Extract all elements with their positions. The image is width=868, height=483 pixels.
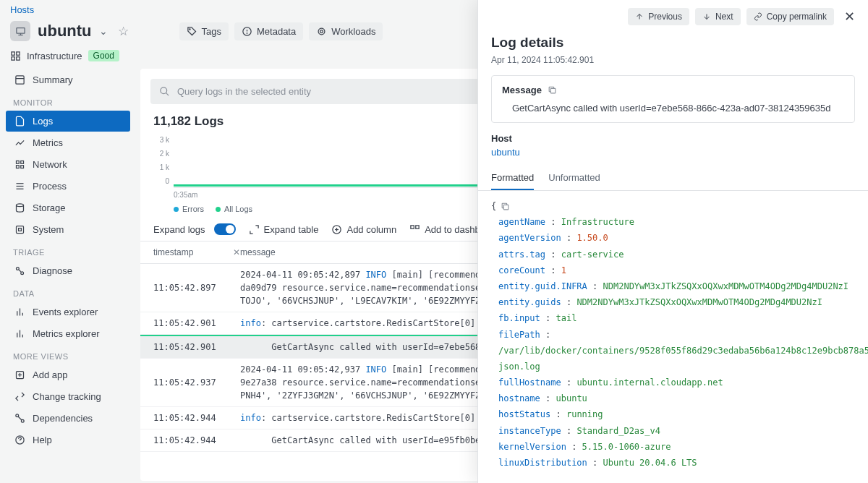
legend-all-logs[interactable]: All Logs: [216, 205, 252, 213]
host-label: Host: [491, 133, 855, 144]
svg-rect-9: [17, 51, 20, 54]
sidebar-item-diagnose[interactable]: Diagnose: [6, 260, 130, 281]
copy-icon[interactable]: [501, 202, 510, 211]
json-entry[interactable]: agentName : Infrastructure: [491, 214, 855, 230]
close-icon[interactable]: ✕: [233, 247, 240, 257]
sidebar-item-help[interactable]: Help: [6, 429, 130, 450]
json-entry[interactable]: filePath : /var/lib/docker/containers/95…: [491, 327, 855, 375]
workloads-pill[interactable]: Workloads: [309, 22, 383, 40]
cell-timestamp: 11:05:42.901: [153, 317, 240, 330]
message-box: Message GetCartAsync called with userId=…: [491, 75, 855, 123]
svg-point-7: [320, 30, 323, 33]
add-column-button[interactable]: Add column: [331, 224, 396, 235]
json-entry[interactable]: coreCount : 1: [491, 262, 855, 278]
json-entry[interactable]: kernelVersion : 5.15.0-1060-azure: [491, 439, 855, 455]
chevron-down-icon[interactable]: ⌄: [99, 25, 108, 37]
add-to-dashboard-button[interactable]: Add to dashbo: [409, 224, 485, 235]
sidebar-label: Summary: [33, 74, 73, 85]
y-tick: 0: [153, 177, 169, 185]
json-entry[interactable]: hostname : ubuntu: [491, 390, 855, 406]
sidebar-label: Diagnose: [33, 265, 72, 276]
svg-rect-23: [19, 228, 22, 231]
log-details-panel: Previous Next Copy permalink ✕ Log detai…: [477, 0, 868, 483]
json-entry[interactable]: agentVersion : 1.50.0: [491, 230, 855, 246]
svg-rect-14: [17, 161, 20, 164]
json-entry[interactable]: instanceType : Standard_D2as_v4: [491, 423, 855, 439]
workloads-pill-label: Workloads: [331, 26, 375, 37]
svg-rect-22: [17, 226, 24, 234]
x-tick: 0:35am: [174, 191, 197, 199]
json-entry[interactable]: entity.guid.INFRA : NDM2NDYwM3xJTkZSQXxO…: [491, 278, 855, 294]
tab-unformatted[interactable]: Unformatted: [548, 166, 600, 190]
svg-rect-11: [17, 56, 20, 59]
svg-rect-0: [16, 27, 24, 33]
json-entry[interactable]: entity.guids : NDM2NDYwM3xJTkZSQXxOQXwxM…: [491, 294, 855, 310]
sidebar-header-monitor: MONITOR: [3, 91, 135, 110]
sidebar-item-dependencies[interactable]: Dependencies: [6, 408, 130, 429]
message-body: GetCartAsync called with userId=e7ebe568…: [502, 103, 844, 114]
sidebar-label: Add app: [33, 369, 67, 380]
cell-timestamp: 11:05:42.937: [153, 363, 240, 402]
host-link[interactable]: ubuntu: [491, 147, 520, 158]
sidebar-item-change-tracking[interactable]: Change tracking: [6, 386, 130, 407]
svg-rect-12: [16, 76, 24, 84]
tags-pill[interactable]: Tags: [179, 22, 229, 40]
sidebar-item-summary[interactable]: Summary: [6, 69, 130, 90]
sidebar-item-events-explorer[interactable]: Events explorer: [6, 302, 130, 322]
expand-table-button[interactable]: Expand table: [249, 224, 319, 235]
sidebar-item-system[interactable]: System: [6, 219, 130, 240]
svg-point-25: [21, 272, 24, 275]
sidebar-label: Metrics explorer: [33, 328, 99, 339]
sidebar-label: Change tracking: [33, 391, 101, 402]
panel-title: Log details: [478, 33, 868, 52]
metadata-pill-label: Metadata: [257, 26, 296, 37]
favorite-star-icon[interactable]: ☆: [118, 24, 129, 39]
expand-logs-toggle[interactable]: Expand logs: [153, 223, 236, 235]
infra-label: Infrastructure: [27, 51, 82, 61]
cell-timestamp: 11:05:42.897: [153, 268, 240, 307]
tab-formatted[interactable]: Formatted: [491, 166, 534, 190]
y-tick: 1 k: [153, 163, 169, 171]
cell-timestamp: 11:05:42.901: [153, 341, 240, 354]
json-entry[interactable]: linuxDistribution : Ubuntu 20.04.6 LTS: [491, 455, 855, 471]
sidebar-item-metrics-explorer[interactable]: Metrics explorer: [6, 323, 130, 344]
search-icon: [159, 86, 170, 97]
sidebar-item-logs[interactable]: Logs: [6, 111, 130, 132]
sidebar-label: Logs: [33, 116, 53, 127]
sidebar-item-metrics[interactable]: Metrics: [6, 132, 130, 153]
host-icon: [10, 21, 30, 41]
search-placeholder: Query logs in the selected entity: [177, 86, 311, 97]
sidebar-item-add-app[interactable]: Add app: [6, 364, 130, 385]
json-entry[interactable]: fullHostname : ubuntu.internal.cloudapp.…: [491, 375, 855, 390]
breadcrumb-hosts[interactable]: Hosts: [10, 4, 34, 15]
previous-button[interactable]: Previous: [628, 8, 689, 25]
col-header-timestamp[interactable]: timestamp: [153, 247, 193, 257]
sidebar-label: Dependencies: [33, 413, 93, 424]
json-viewer: { agentName : InfrastructureagentVersion…: [478, 191, 868, 483]
copy-icon[interactable]: [548, 85, 557, 95]
svg-point-40: [161, 87, 167, 94]
legend-errors[interactable]: Errors: [174, 205, 204, 213]
svg-rect-50: [504, 205, 509, 210]
metadata-pill[interactable]: Metadata: [234, 22, 303, 40]
svg-rect-16: [17, 166, 20, 168]
message-label: Message: [502, 85, 542, 95]
close-panel-icon[interactable]: ✕: [840, 7, 859, 26]
json-entry[interactable]: attrs.tag : cart-service: [491, 247, 855, 262]
sidebar-label: Storage: [33, 202, 66, 213]
svg-rect-46: [416, 225, 419, 228]
sidebar-item-storage[interactable]: Storage: [6, 197, 130, 218]
svg-rect-45: [411, 225, 414, 228]
svg-rect-17: [21, 166, 24, 168]
json-entry[interactable]: hostStatus : running: [491, 406, 855, 422]
sidebar-label: Process: [33, 181, 67, 192]
sidebar-item-process[interactable]: Process: [6, 176, 130, 197]
copy-permalink-button[interactable]: Copy permalink: [746, 8, 834, 25]
sidebar-item-network[interactable]: Network: [6, 154, 130, 175]
sidebar-label: Metrics: [33, 137, 63, 148]
panel-date: Apr 11, 2024 11:05:42.901: [478, 52, 868, 75]
json-entry[interactable]: fb.input : tail: [491, 310, 855, 326]
cell-timestamp: 11:05:42.944: [153, 434, 240, 447]
next-button[interactable]: Next: [695, 8, 741, 25]
y-tick: 2 k: [153, 150, 169, 158]
